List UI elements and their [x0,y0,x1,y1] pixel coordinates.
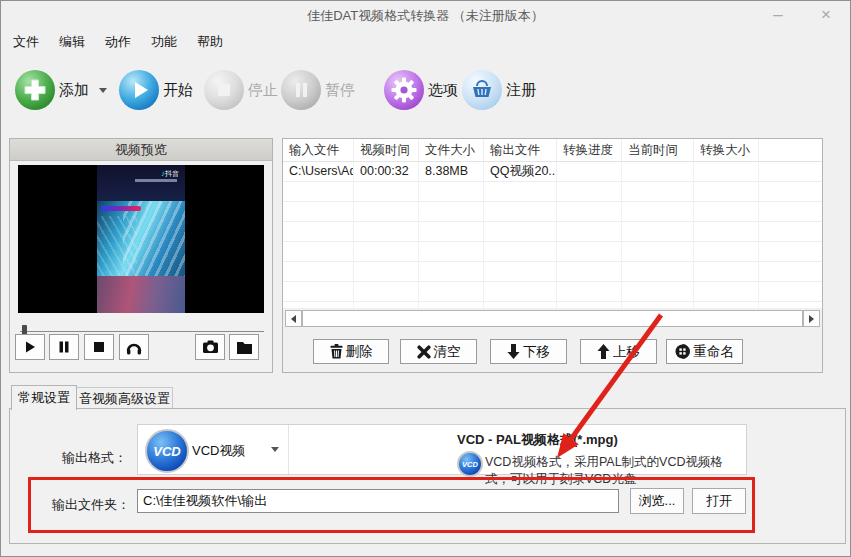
add-dropdown-caret-icon[interactable] [99,88,107,93]
add-label: 添加 [59,81,89,100]
col-progress[interactable]: 转换进度 [557,139,622,161]
video-thumbnail: ♪抖音 [97,165,185,313]
stop-icon [92,340,106,354]
arrow-down-icon [507,344,520,359]
open-folder-button[interactable] [229,334,259,360]
col-converted-size[interactable]: 转换大小 [694,139,759,161]
rename-button[interactable]: 重命名 [666,339,743,364]
close-button[interactable]: × [806,1,846,31]
stop-icon [204,70,244,110]
menu-edit[interactable]: 编辑 [49,31,95,53]
col-video-time[interactable]: 视频时间 [354,139,419,161]
table-row-empty[interactable] [283,282,822,302]
preview-audio-button[interactable] [119,334,149,360]
register-label: 注册 [506,81,536,100]
format-detail-dropdown[interactable]: VCD - PAL视频格式(*.mpg) VCD VCD视频格式，采用PAL制式… [289,425,747,474]
col-filler [759,139,822,161]
delete-button[interactable]: 删除 [313,339,389,364]
scrollbar-thumb[interactable] [302,310,803,327]
start-label: 开始 [163,81,193,100]
add-button[interactable]: 添加 [15,67,107,113]
minimize-button[interactable]: – [758,1,798,31]
browse-button[interactable]: 浏览... [630,488,684,514]
cell-video-time: 00:00:32 [354,162,419,181]
table-row-empty[interactable] [283,222,822,242]
file-list-panel: 输入文件 视频时间 文件大小 输出文件 转换进度 当前时间 转换大小 C:\Us… [282,138,823,373]
menu-file[interactable]: 文件 [3,31,49,53]
tab-general-settings[interactable]: 常规设置 [11,385,77,410]
pause-button: 暂停 [281,67,355,113]
output-folder-label: 输出文件夹： [52,496,130,514]
video-top-region: ♪抖音 [97,165,185,201]
clear-x-icon [417,345,431,359]
cell-output-file: QQ视频20... [484,162,557,181]
menu-function[interactable]: 功能 [141,31,187,53]
video-preview-frame: ♪抖音 [18,165,264,313]
start-button[interactable]: 开始 [119,67,193,113]
format-type-value: VCD视频 [192,442,245,460]
preview-pause-button[interactable] [49,334,79,360]
col-input-file[interactable]: 输入文件 [283,139,354,161]
headphones-icon [125,340,143,355]
table-header: 输入文件 视频时间 文件大小 输出文件 转换进度 当前时间 转换大小 [283,139,822,162]
move-up-label: 上移 [613,343,640,361]
window-title: 佳佳DAT视频格式转换器 （未注册版本） [1,1,850,31]
watermark-subtext-bar [135,179,177,182]
output-folder-input[interactable] [137,489,619,513]
menu-bar: 文件 编辑 动作 功能 帮助 [3,31,233,53]
menu-help[interactable]: 帮助 [187,31,233,53]
scroll-left-icon [291,315,296,323]
move-up-button[interactable]: 上移 [580,339,657,364]
preview-panel-title: 视频预览 [10,139,272,161]
cell-converted-size [694,162,759,181]
options-button[interactable]: 选项 [384,67,458,113]
preview-play-button[interactable] [15,334,45,360]
table-row-empty[interactable] [283,242,822,262]
video-mini-progressbar [101,206,141,211]
video-stage-scene [97,201,185,276]
tab-av-advanced-settings[interactable]: 音视频高级设置 [77,387,173,409]
col-output-file[interactable]: 输出文件 [484,139,557,161]
format-type-dropdown[interactable]: VCD VCD视频 [138,425,288,474]
cell-input-file: C:\Users\Ad... [283,162,354,181]
camera-icon [202,340,219,354]
table-row-empty[interactable] [283,202,822,222]
preview-stop-button[interactable] [84,334,114,360]
format-type-caret-icon [271,447,279,452]
table-row-empty[interactable] [283,302,822,308]
register-button[interactable]: 注册 [462,67,536,113]
seek-slider-track[interactable] [20,331,264,332]
douyin-watermark: ♪抖音 [161,169,179,179]
format-detail-description: VCD视频格式，采用PAL制式的VCD视频格式，可以用于刻录VCD光盘 [485,454,747,488]
stop-button: 停止 [204,67,278,113]
format-combos: VCD VCD视频 VCD - PAL视频格式(*.mpg) VCD VCD视频… [137,424,747,475]
open-button[interactable]: 打开 [692,488,746,514]
cell-current-time [622,162,694,181]
cell-progress [557,162,622,181]
menu-action[interactable]: 动作 [95,31,141,53]
scroll-left-button[interactable] [285,310,302,327]
output-format-label: 输出格式： [62,449,127,467]
rename-circle-icon [675,344,690,359]
col-file-size[interactable]: 文件大小 [419,139,484,161]
clear-button[interactable]: 清空 [400,339,477,364]
pause-label: 暂停 [325,81,355,100]
scroll-right-icon [809,315,814,323]
rename-label: 重命名 [693,343,734,361]
delete-label: 删除 [346,343,373,361]
add-plus-icon [15,70,55,110]
pause-icon [57,340,71,354]
snapshot-button[interactable] [195,334,225,360]
scroll-right-button[interactable] [803,310,820,327]
clear-label: 清空 [434,343,461,361]
move-down-button[interactable]: 下移 [490,339,567,364]
video-bottom-blur [97,276,185,313]
trash-icon [330,344,343,359]
table-row-empty[interactable] [283,182,822,202]
table-row[interactable]: C:\Users\Ad... 00:00:32 8.38MB QQ视频20... [283,162,822,182]
stop-label: 停止 [248,81,278,100]
horizontal-scrollbar[interactable] [285,310,820,327]
options-label: 选项 [428,81,458,100]
col-current-time[interactable]: 当前时间 [622,139,694,161]
table-row-empty[interactable] [283,262,822,282]
